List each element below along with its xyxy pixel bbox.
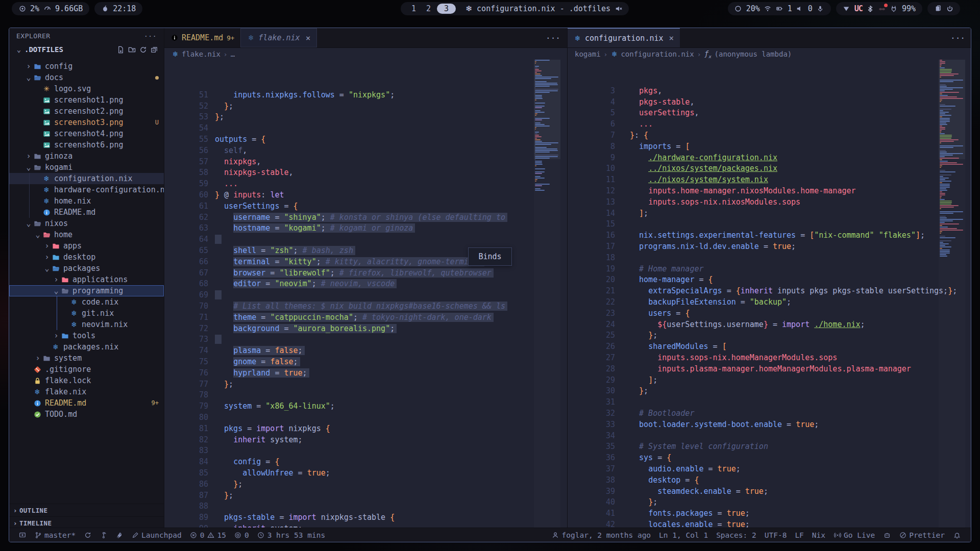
status-item-bell-icon[interactable] (949, 528, 965, 542)
code-line-27[interactable]: 27 inputs.sops-nix.homeManagerModules.so… (568, 352, 971, 363)
tree-item-docs[interactable]: ⌄docs (9, 72, 164, 83)
collapse-folders-icon[interactable] (151, 46, 158, 54)
line-number[interactable]: 87 (164, 491, 215, 500)
close-icon[interactable]: × (306, 33, 311, 43)
line-number[interactable]: 3 (568, 86, 630, 95)
status-item-robot-icon[interactable] (879, 528, 895, 542)
workspace-2[interactable]: 2 (422, 4, 435, 13)
code-line-21[interactable]: 21 extraSpecialArgs = {inherit inputs pk… (568, 285, 971, 296)
line-number[interactable]: 31 (568, 397, 630, 407)
line-number[interactable]: 70 (164, 302, 215, 311)
line-number[interactable]: 63 (164, 223, 215, 233)
code-line-25[interactable]: 25 }; (568, 330, 971, 341)
line-number[interactable]: 81 (164, 424, 215, 433)
outline-section[interactable]: › OUTLINE (9, 504, 164, 516)
line-number[interactable]: 13 (568, 197, 630, 207)
line-number[interactable]: 84 (164, 457, 215, 466)
line-number[interactable]: 62 (164, 213, 215, 222)
code-line-75[interactable]: 75 gnome = false; (164, 356, 568, 367)
line-number[interactable]: 60 (164, 190, 215, 199)
line-number[interactable]: 32 (568, 409, 630, 418)
wifi-icon[interactable] (764, 5, 772, 13)
clipboard-icon[interactable] (934, 5, 942, 13)
code-line-20[interactable]: 20 home-manager = { (568, 274, 971, 286)
code-line-86[interactable]: 86 }; (164, 479, 568, 490)
keyboard-layout-indicator[interactable]: UC (854, 4, 863, 13)
tree-item-apps[interactable]: ›apps (9, 240, 164, 252)
tree-item-code-nix[interactable]: ❄code.nix (9, 296, 164, 308)
code-line-40[interactable]: 40 }; (568, 496, 971, 508)
status-item-launchpad[interactable]: Launchpad (127, 528, 186, 542)
tree-item-packages[interactable]: ⌄packages (9, 263, 164, 274)
line-number[interactable]: 12 (568, 186, 630, 195)
line-number[interactable]: 10 (568, 164, 630, 173)
tree-item-system[interactable]: ›system (9, 353, 164, 364)
line-number[interactable]: 18 (568, 253, 630, 262)
tree-item-screenshot1-png[interactable]: screenshot1.png (9, 94, 164, 106)
tree-item-screenshot4-png[interactable]: screenshot4.png (9, 128, 164, 139)
refresh-icon[interactable] (139, 46, 147, 54)
tab-readme-md[interactable]: README.md9+ (164, 28, 240, 47)
new-file-icon[interactable] (117, 46, 125, 54)
line-number[interactable]: 5 (568, 108, 630, 117)
breadcrumb-item[interactable]: ❄flake.nix (172, 50, 220, 58)
code-line-34[interactable]: 34 (568, 430, 971, 441)
code-line-29[interactable]: 29 ]; (568, 374, 971, 386)
line-number[interactable]: 86 (164, 480, 215, 489)
code-line-39[interactable]: 39 steamdeck.enable = true; (568, 486, 971, 497)
line-number[interactable]: 79 (164, 402, 215, 411)
code-line-59[interactable]: 59 ... (164, 178, 568, 189)
tab-configuration-nix[interactable]: ❄configuration.nix× (568, 28, 680, 47)
tree-item-neovim-nix[interactable]: ❄neovim.nix (9, 319, 164, 330)
code-line-18[interactable]: 18 (568, 252, 971, 263)
code-line-11[interactable]: 11 ../nixos/system/system.nix (568, 174, 971, 185)
code-line-32[interactable]: 32 # Bootloader (568, 408, 971, 419)
code-line-6[interactable]: 6 ... (568, 118, 971, 130)
minimap-right[interactable] (939, 60, 965, 529)
code-line-62[interactable]: 62 username = "shinya"; # konsta or shin… (164, 212, 568, 223)
line-number[interactable]: 77 (164, 380, 215, 389)
tree-item-readme-md[interactable]: README.md9+ (9, 397, 164, 409)
status-item-go-live[interactable]: Go Live (829, 528, 879, 542)
line-number[interactable]: 58 (164, 168, 215, 177)
line-number[interactable]: 15 (568, 219, 630, 229)
bluetooth-icon[interactable] (867, 5, 874, 13)
workspace-3-active[interactable]: 3 (437, 4, 456, 14)
tree-item-tools[interactable]: ›tools (9, 330, 164, 341)
line-number[interactable]: 9 (568, 153, 630, 162)
code-line-12[interactable]: 12 inputs.home-manager.nixosModules.home… (568, 185, 971, 196)
network-tray-icon[interactable] (843, 5, 850, 13)
workspace-1[interactable]: 1 (407, 4, 420, 13)
code-line-23[interactable]: 23 users = { (568, 308, 971, 319)
breadcrumb-item[interactable]: … (231, 50, 235, 58)
line-number[interactable]: 56 (164, 146, 215, 155)
status-item-git-graph-icon[interactable] (95, 528, 111, 542)
code-line-56[interactable]: 56 self, (164, 145, 568, 156)
brightness-icon[interactable] (734, 5, 742, 13)
line-number[interactable]: 37 (568, 464, 630, 473)
code-line-79[interactable]: 79 system = "x86_64-linux"; (164, 400, 568, 412)
line-number[interactable]: 29 (568, 375, 630, 385)
code-line-51[interactable]: 51 inputs.nixpkgs.follows = "nixpkgs"; (164, 89, 568, 101)
code-line-30[interactable]: 30 }; (568, 386, 971, 397)
code-line-35[interactable]: 35 # System level configuration (568, 441, 971, 453)
status-item-nix[interactable]: Nix (808, 528, 829, 542)
code-line-81[interactable]: 81 pkgs = import nixpkgs { (164, 423, 568, 434)
tree-item--gitignore[interactable]: .gitignore (9, 364, 164, 375)
line-number[interactable]: 78 (164, 390, 215, 399)
line-number[interactable]: 85 (164, 468, 215, 478)
code-line-69[interactable]: 69 (164, 289, 568, 300)
tree-item-home-nix[interactable]: ❄home.nix (9, 195, 164, 207)
tree-item-desktop[interactable]: ›desktop (9, 252, 164, 263)
line-number[interactable]: 7 (568, 131, 630, 140)
line-number[interactable]: 26 (568, 342, 630, 351)
code-line-77[interactable]: 77 }; (164, 379, 568, 390)
power-icon[interactable] (946, 5, 953, 13)
status-item-3-hrs-53-mins[interactable]: 3 hrs 53 mins (253, 528, 330, 542)
code-line-16[interactable]: 16 nix.settings.experimental-features = … (568, 230, 971, 241)
code-line-52[interactable]: 52 }; (164, 101, 568, 112)
code-line-4[interactable]: 4 pkgs-stable, (568, 96, 971, 108)
line-number[interactable]: 69 (164, 290, 215, 299)
tree-item-configuration-nix[interactable]: ❄configuration.nix (9, 173, 164, 184)
line-number[interactable]: 72 (164, 324, 215, 333)
